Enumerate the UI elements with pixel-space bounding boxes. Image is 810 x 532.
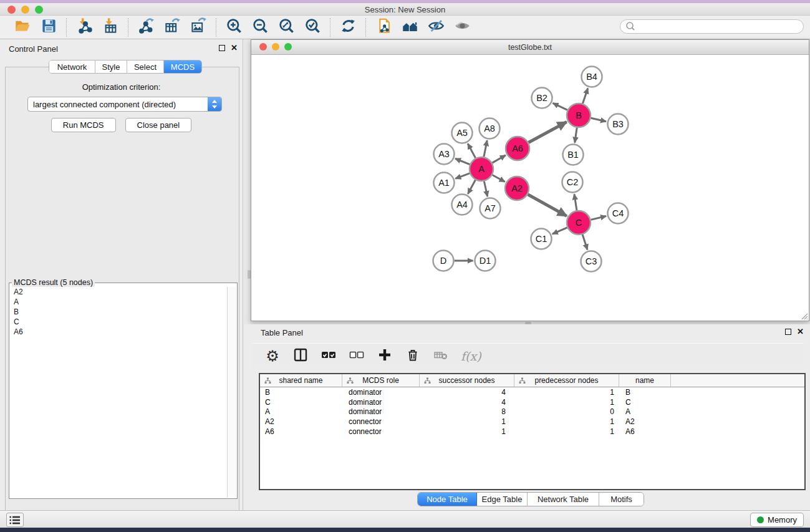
table-row[interactable]: Cdominator41C — [260, 397, 804, 407]
cell-predecessor-nodes[interactable]: 1 — [514, 398, 619, 407]
edge-B-B4[interactable] — [582, 88, 587, 104]
run-mcds-button[interactable]: Run MCDS — [51, 118, 116, 132]
cell-MCDS-role[interactable]: dominator — [342, 407, 420, 416]
network-view-window[interactable]: testGlobe.txt AA1A2A3A4A5A6A7A8BB1B2B3B4… — [251, 39, 809, 321]
unselect-all-button[interactable] — [349, 348, 365, 364]
eye-slash-button[interactable] — [427, 19, 445, 36]
table-row[interactable]: A2connector11A2 — [260, 417, 804, 427]
import-table-button[interactable] — [102, 19, 119, 36]
tab-style[interactable]: Style — [95, 60, 127, 73]
cell-name[interactable]: B — [619, 388, 671, 397]
zoom-fit-button[interactable] — [277, 19, 295, 36]
edge-A-A6[interactable] — [492, 155, 505, 163]
mcds-result-item[interactable]: C — [10, 317, 227, 327]
cell-predecessor-nodes[interactable]: 1 — [514, 427, 619, 436]
table-row[interactable]: Bdominator41B — [260, 387, 804, 397]
tab-edge-table[interactable]: Edge Table — [477, 493, 528, 506]
cell-MCDS-role[interactable]: connector — [342, 417, 420, 426]
select-all-button[interactable] — [321, 348, 337, 364]
edge-B-B1[interactable] — [575, 128, 577, 143]
tab-node-table[interactable]: Node Table — [418, 493, 477, 506]
search-box[interactable] — [620, 19, 804, 34]
edge-A-A4[interactable] — [468, 180, 475, 194]
cell-MCDS-role[interactable]: connector — [342, 427, 420, 436]
column-header-predecessor-nodes[interactable]: predecessor nodes — [514, 374, 619, 387]
cell-MCDS-role[interactable]: dominator — [342, 398, 420, 407]
column-header-shared-name[interactable]: shared name — [260, 374, 342, 387]
tab-network[interactable]: Network — [49, 60, 95, 73]
cell-successor-nodes[interactable]: 4 — [420, 398, 514, 407]
edge-C-C2[interactable] — [574, 194, 577, 210]
mcds-result-scrollbar[interactable] — [227, 287, 236, 498]
edge-A-A8[interactable] — [484, 140, 487, 157]
mcds-result-item[interactable]: A2 — [10, 287, 227, 297]
edge-A-A7[interactable] — [484, 181, 487, 196]
clone-network-button[interactable] — [375, 19, 392, 36]
edge-C-C4[interactable] — [591, 216, 606, 220]
column-header-successor-nodes[interactable]: successor nodes — [420, 374, 514, 387]
task-history-button[interactable] — [6, 513, 24, 527]
close-panel-icon[interactable]: ✕ — [231, 45, 238, 51]
close-table-panel-icon[interactable]: ✕ — [797, 329, 804, 335]
mcds-result-item[interactable]: A — [10, 297, 227, 307]
add-column-button[interactable] — [377, 348, 393, 364]
edge-A-A2[interactable] — [493, 175, 505, 182]
cell-name[interactable]: A2 — [619, 417, 671, 426]
save-session-button[interactable] — [40, 19, 57, 36]
cell-shared-name[interactable]: A — [260, 407, 342, 416]
edge-B-B2[interactable] — [553, 103, 567, 110]
float-panel-icon[interactable] — [219, 45, 225, 51]
cell-name[interactable]: C — [619, 398, 671, 407]
memory-button[interactable]: Memory — [750, 513, 804, 527]
edge-A-A3[interactable] — [455, 158, 470, 164]
search-input[interactable] — [635, 22, 803, 31]
refresh-button[interactable] — [339, 19, 357, 36]
export-table-button[interactable] — [163, 19, 181, 36]
zoom-selected-button[interactable] — [304, 19, 321, 36]
close-panel-button[interactable]: Close panel — [125, 118, 192, 132]
edge-A-A1[interactable] — [455, 173, 470, 178]
cell-name[interactable]: A6 — [619, 427, 671, 436]
zoom-in-button[interactable] — [225, 19, 243, 36]
cell-successor-nodes[interactable]: 8 — [420, 407, 514, 416]
delete-column-button[interactable] — [405, 348, 421, 364]
zoom-out-button[interactable] — [251, 19, 269, 36]
edge-B-B3[interactable] — [591, 118, 606, 121]
export-image-button[interactable] — [190, 19, 207, 36]
tab-select[interactable]: Select — [127, 60, 164, 73]
column-header-MCDS-role[interactable]: MCDS role — [342, 374, 420, 387]
mcds-result-item[interactable]: B — [10, 307, 227, 317]
cell-successor-nodes[interactable]: 1 — [420, 427, 514, 436]
app-titlebar[interactable]: Session: New Session — [0, 3, 810, 16]
network-canvas[interactable]: AA1A2A3A4A5A6A7A8BB1B2B3B4CC1C2C3C4DD1 — [252, 56, 808, 321]
edge-C-C3[interactable] — [582, 235, 587, 249]
cell-predecessor-nodes[interactable]: 1 — [514, 388, 619, 397]
edge-A-A5[interactable] — [468, 143, 475, 158]
node-table[interactable]: shared nameMCDS rolesuccessor nodesprede… — [259, 373, 806, 490]
column-header-name[interactable]: name — [619, 374, 671, 387]
table-row[interactable]: A6connector11A6 — [260, 427, 804, 437]
edge-A2-C[interactable] — [528, 195, 566, 216]
edge-A6-B[interactable] — [529, 122, 567, 142]
open-file-button[interactable] — [14, 19, 31, 36]
cell-name[interactable]: A — [619, 407, 671, 416]
resize-grip-icon[interactable] — [799, 311, 808, 320]
optimization-criterion-dropdown[interactable]: largest connected component (directed) — [27, 97, 222, 112]
table-settings-gear-button[interactable]: ⚙ — [264, 348, 281, 364]
cell-MCDS-role[interactable]: dominator — [342, 388, 420, 397]
cell-predecessor-nodes[interactable]: 1 — [514, 417, 619, 426]
cell-shared-name[interactable]: B — [260, 388, 342, 397]
home-button[interactable] — [401, 19, 418, 36]
show-columns-button[interactable] — [292, 348, 309, 364]
network-graph[interactable]: AA1A2A3A4A5A6A7A8BB1B2B3B4CC1C2C3C4DD1 — [252, 56, 808, 321]
cell-predecessor-nodes[interactable]: 0 — [514, 407, 619, 416]
table-row[interactable]: Adominator80A — [260, 407, 804, 417]
cell-shared-name[interactable]: A2 — [260, 417, 342, 426]
cell-shared-name[interactable]: C — [260, 398, 342, 407]
cell-successor-nodes[interactable]: 1 — [420, 417, 514, 426]
mcds-result-list[interactable]: A2ABCA6 — [10, 287, 227, 498]
export-network-button[interactable] — [137, 19, 155, 36]
tab-mcds[interactable]: MCDS — [164, 60, 201, 73]
float-table-panel-icon[interactable] — [785, 329, 791, 335]
eye-button[interactable] — [453, 19, 471, 36]
